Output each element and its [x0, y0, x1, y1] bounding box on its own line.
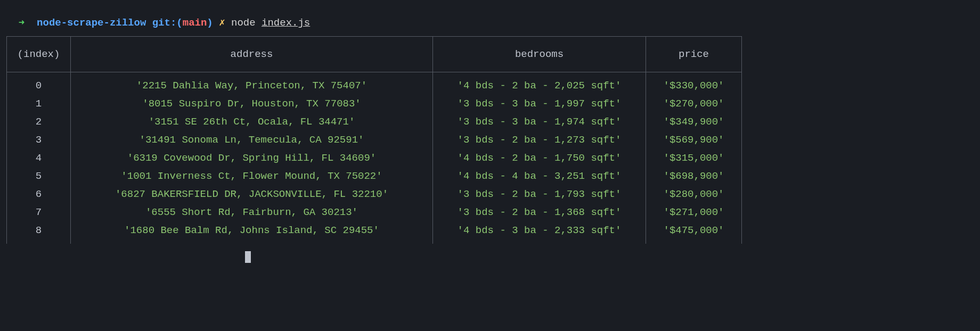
table-row: 4'6319 Covewood Dr, Spring Hill, FL 3460…	[7, 149, 742, 167]
prompt-arrow-icon: ➜	[19, 17, 24, 29]
cell-address: '1680 Bee Balm Rd, Johns Island, SC 2945…	[71, 221, 433, 244]
cell-bedrooms: '3 bds - 2 ba - 1,273 sqft'	[433, 131, 646, 149]
cell-address: '8015 Suspiro Dr, Houston, TX 77083'	[71, 95, 433, 113]
console-table-output: (index) address bedrooms price 0'2215 Da…	[6, 36, 742, 244]
cell-address: '31491 Sonoma Ln, Temecula, CA 92591'	[71, 131, 433, 149]
command-file: index.js	[262, 17, 310, 29]
cell-index: 7	[7, 203, 71, 221]
cell-index: 1	[7, 95, 71, 113]
cell-bedrooms: '3 bds - 3 ba - 1,974 sqft'	[433, 113, 646, 131]
table-row: 5'1001 Inverness Ct, Flower Mound, TX 75…	[7, 167, 742, 185]
header-index: (index)	[7, 37, 71, 72]
cell-index: 0	[7, 72, 71, 95]
cell-bedrooms: '4 bds - 3 ba - 2,333 sqft'	[433, 221, 646, 244]
cell-price: '$569,900'	[646, 131, 742, 149]
table-row: 8'1680 Bee Balm Rd, Johns Island, SC 294…	[7, 221, 742, 244]
prompt-git-label: git:	[152, 17, 177, 29]
prompt-paren-open: (	[176, 17, 182, 29]
cell-bedrooms: '4 bds - 2 ba - 2,025 sqft'	[433, 72, 646, 95]
table-row: 7'6555 Short Rd, Fairburn, GA 30213''3 b…	[7, 203, 742, 221]
header-bedrooms: bedrooms	[433, 37, 646, 72]
cell-index: 5	[7, 167, 71, 185]
table-row: 6'6827 BAKERSFIELD DR, JACKSONVILLE, FL …	[7, 185, 742, 203]
cell-price: '$349,900'	[646, 113, 742, 131]
cell-index: 4	[7, 149, 71, 167]
cell-index: 3	[7, 131, 71, 149]
cell-bedrooms: '4 bds - 2 ba - 1,750 sqft'	[433, 149, 646, 167]
cell-address: '6319 Covewood Dr, Spring Hill, FL 34609…	[71, 149, 433, 167]
cell-address: '3151 SE 26th Ct, Ocala, FL 34471'	[71, 113, 433, 131]
table-row: 2'3151 SE 26th Ct, Ocala, FL 34471''3 bd…	[7, 113, 742, 131]
terminal-cursor	[6, 247, 974, 263]
console-table: (index) address bedrooms price 0'2215 Da…	[6, 36, 742, 244]
prompt-paren-close: )	[207, 17, 213, 29]
prompt-git-branch: main	[183, 17, 207, 29]
cell-bedrooms: '3 bds - 3 ba - 1,997 sqft'	[433, 95, 646, 113]
header-price: price	[646, 37, 742, 72]
prompt-dir: node-scrape-zillow	[37, 17, 146, 29]
cell-address: '6555 Short Rd, Fairburn, GA 30213'	[71, 203, 433, 221]
cell-price: '$315,000'	[646, 149, 742, 167]
cell-price: '$698,900'	[646, 167, 742, 185]
header-address: address	[71, 37, 433, 72]
cell-address: '2215 Dahlia Way, Princeton, TX 75407'	[71, 72, 433, 95]
cell-address: '6827 BAKERSFIELD DR, JACKSONVILLE, FL 3…	[71, 185, 433, 203]
cell-bedrooms: '4 bds - 4 ba - 3,251 sqft'	[433, 167, 646, 185]
cell-price: '$271,000'	[646, 203, 742, 221]
cell-index: 2	[7, 113, 71, 131]
cell-bedrooms: '3 bds - 2 ba - 1,368 sqft'	[433, 203, 646, 221]
table-row: 1'8015 Suspiro Dr, Houston, TX 77083''3 …	[7, 95, 742, 113]
cell-price: '$330,000'	[646, 72, 742, 95]
cell-index: 8	[7, 221, 71, 244]
dirty-indicator-icon: ✗	[219, 17, 225, 29]
shell-prompt[interactable]: ➜ node-scrape-zillow git:(main) ✗ node i…	[6, 4, 974, 29]
cell-price: '$280,000'	[646, 185, 742, 203]
cell-price: '$475,000'	[646, 221, 742, 244]
cell-index: 6	[7, 185, 71, 203]
table-row: 3'31491 Sonoma Ln, Temecula, CA 92591''3…	[7, 131, 742, 149]
cell-price: '$270,000'	[646, 95, 742, 113]
command-name: node	[231, 17, 256, 29]
table-row: 0'2215 Dahlia Way, Princeton, TX 75407''…	[7, 72, 742, 95]
cell-bedrooms: '3 bds - 2 ba - 1,793 sqft'	[433, 185, 646, 203]
table-header-row: (index) address bedrooms price	[7, 37, 742, 72]
cell-address: '1001 Inverness Ct, Flower Mound, TX 750…	[71, 167, 433, 185]
